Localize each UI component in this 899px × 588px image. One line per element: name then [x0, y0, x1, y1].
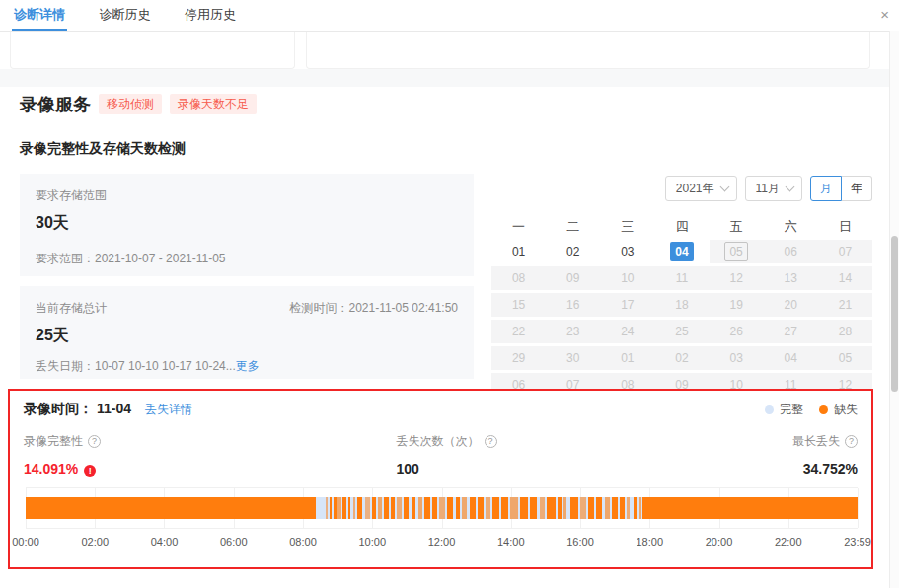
calendar-row: 15161718192021	[491, 293, 872, 317]
network-metrics-card	[10, 32, 295, 69]
weekday-label: 六	[764, 214, 818, 240]
missing-segment	[588, 497, 594, 519]
missing-segment	[520, 497, 528, 519]
time-tick-label: 14:00	[497, 536, 525, 548]
stat-block: 丢失次数（次）?100	[397, 433, 497, 477]
missing-segment	[342, 497, 346, 519]
missing-segment	[424, 497, 430, 519]
recording-time-date: 11-04	[97, 401, 131, 416]
missing-segment	[397, 497, 402, 519]
chart-legend: 完整缺失	[765, 402, 858, 418]
missing-segment	[620, 497, 625, 519]
calendar-day: 10	[600, 266, 654, 290]
help-icon[interactable]: ?	[845, 435, 858, 448]
required-storage-card: 要求存储范围 30天 要求范围：2021-10-07 - 2021-11-05	[20, 174, 474, 276]
chevron-down-icon	[786, 183, 795, 192]
calendar-day: 02	[654, 346, 709, 370]
close-icon[interactable]: ×	[880, 7, 889, 22]
legend-label: 缺失	[834, 402, 858, 418]
scrollbar-track[interactable]	[889, 31, 899, 588]
calendar-day: 30	[546, 346, 600, 370]
tab-disable-history[interactable]: 停用历史	[183, 0, 238, 29]
tab-diagnosis-detail[interactable]: 诊断详情	[12, 0, 67, 31]
calendar-row: 08091011121314	[491, 266, 872, 290]
calendar-day-selected[interactable]: 04	[654, 240, 709, 263]
toggle-month-button[interactable]: 月	[810, 176, 842, 201]
calendar-day: 06	[764, 240, 818, 263]
missing-segment	[570, 497, 578, 519]
insufficient-days-badge: 录像天数不足	[170, 94, 257, 114]
calendar-day: 01	[600, 346, 654, 370]
loss-detail-link[interactable]: 丢失详情	[145, 402, 192, 418]
missing-segment	[330, 497, 332, 519]
weekday-label: 一	[491, 214, 546, 240]
month-year-toggle: 月 年	[810, 176, 872, 201]
more-link[interactable]: 更多	[236, 359, 260, 373]
stat-value: 34.752%	[792, 461, 858, 477]
missing-segment	[412, 497, 416, 519]
tab-bar: 诊断详情 诊断历史 停用历史 ×	[0, 0, 899, 32]
missing-segment	[26, 497, 316, 519]
missing-segment	[530, 497, 537, 519]
time-tick-label: 23:59	[844, 536, 871, 548]
calendar-day: 19	[710, 293, 764, 317]
calendar-day: 17	[600, 293, 654, 317]
year-select[interactable]: 2021年	[665, 176, 737, 201]
recording-time-detail-box: 录像时间：11-04 丢失详情 完整缺失 录像完整性?14.091%!丢失次数（…	[8, 389, 873, 569]
missing-segment	[447, 497, 453, 519]
missing-segment	[478, 497, 484, 519]
missing-segment	[634, 497, 637, 519]
year-select-value: 2021年	[676, 181, 714, 197]
help-icon[interactable]: ?	[88, 435, 101, 448]
calendar-day-today: 05	[710, 240, 764, 263]
motion-detect-badge: 移动侦测	[99, 94, 162, 114]
recording-time-label: 录像时间：	[24, 401, 93, 416]
calendar-day[interactable]: 01	[491, 240, 546, 263]
missing-segment	[486, 497, 490, 519]
weekday-label: 日	[818, 214, 872, 240]
time-axis-labels: 00:0002:0004:0006:0008:0010:0012:0014:00…	[26, 536, 858, 550]
help-icon[interactable]: ?	[485, 435, 497, 448]
diagnosis-status-card	[306, 32, 870, 69]
missing-segment	[563, 497, 566, 519]
missing-segment	[418, 497, 422, 519]
tab-diagnosis-history[interactable]: 诊断历史	[97, 0, 152, 29]
missing-segment	[404, 497, 410, 519]
missing-segment	[547, 497, 555, 519]
timeline-chart: 00:0002:0004:0006:0008:0010:0012:0014:00…	[26, 487, 858, 550]
current-total-label: 当前存储总计	[36, 300, 107, 317]
missing-dates-line: 丢失日期：10-07 10-10 10-17 10-24...更多	[36, 358, 458, 375]
stats-row: 录像完整性?14.091%!丢失次数（次）?100最长丢失?34.752%	[24, 433, 858, 477]
calendar-day: 12	[710, 266, 764, 290]
calendar-day: 15	[491, 293, 546, 317]
calendar-day[interactable]: 03	[600, 240, 654, 263]
time-tick-label: 08:00	[289, 536, 317, 548]
missing-segment	[501, 497, 508, 519]
recording-service-text: 录像服务	[20, 95, 91, 114]
stat-label: 丢失次数（次）?	[397, 433, 497, 450]
missing-segment	[470, 497, 476, 519]
time-tick-label: 18:00	[636, 536, 663, 548]
stat-block: 最长丢失?34.752%	[792, 433, 858, 477]
scrollbar-thumb[interactable]	[891, 236, 898, 392]
availability-bar	[26, 497, 858, 519]
calendar-day: 20	[764, 293, 818, 317]
missing-segment	[334, 497, 337, 519]
calendar-day[interactable]: 02	[546, 240, 600, 263]
calendar-day: 27	[764, 320, 818, 343]
section-divider	[0, 69, 899, 87]
calendar-day: 24	[600, 320, 654, 343]
missing-segment	[605, 497, 611, 519]
toggle-year-button[interactable]: 年	[842, 176, 872, 201]
calendar-row: 29300102030405	[491, 346, 872, 370]
calendar: 2021年 11月 月 年 一二三四五六日 010203040506070809…	[491, 176, 872, 400]
legend-label: 完整	[780, 402, 803, 418]
month-select[interactable]: 11月	[745, 176, 802, 201]
stat-value: 14.091%!	[24, 461, 101, 477]
timeline-plot-area	[26, 487, 858, 529]
time-tick-label: 02:00	[81, 536, 109, 548]
missing-segment	[510, 497, 518, 519]
weekday-label: 三	[600, 214, 654, 240]
calendar-row: 01020304050607	[491, 240, 872, 263]
missing-segment	[348, 497, 351, 519]
